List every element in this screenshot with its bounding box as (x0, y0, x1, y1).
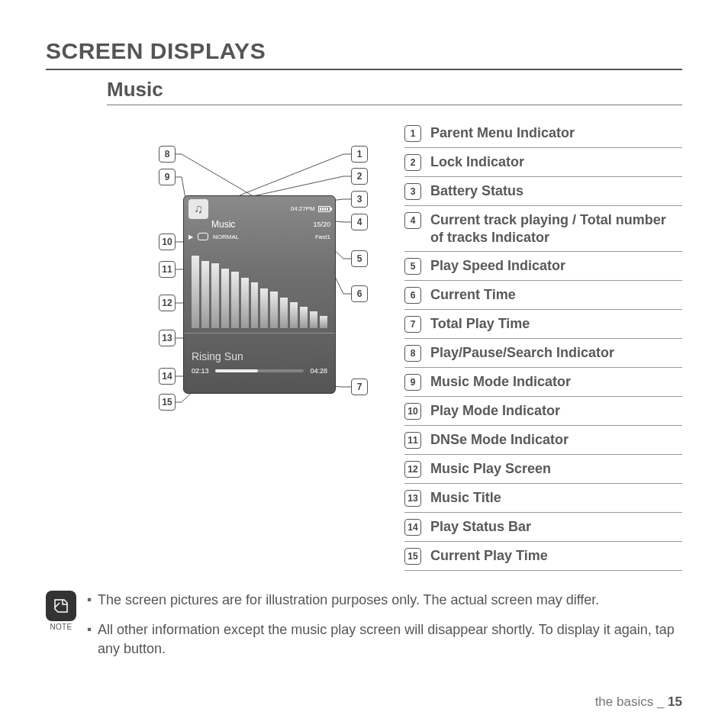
callout-number: 4 (351, 214, 368, 230)
progress-row: 02:13 04:28 (184, 367, 335, 381)
definition-row: 1Parent Menu Indicator (404, 119, 682, 148)
definition-number: 8 (404, 345, 421, 362)
dnse-mode-label: NORMAL (213, 234, 239, 240)
definition-number: 3 (404, 183, 421, 200)
status-top-right: 04:27PM (291, 205, 330, 213)
definition-label: Current Time (430, 286, 516, 304)
content-row: ♫ 04:27PM Music 15/20 ▶ NORMAL Fast1 Ris… (99, 119, 682, 571)
play-pause-icon: ▶ (188, 234, 193, 240)
definition-number: 14 (404, 519, 421, 536)
callout-number: 10 (159, 234, 176, 250)
definition-row: 7Total Play Time (404, 310, 682, 339)
definition-label: Current track playing / Total number of … (430, 211, 682, 246)
definition-label: DNSe Mode Indicator (430, 431, 569, 449)
definition-label: Current Play Time (430, 547, 548, 565)
definition-number: 12 (404, 461, 421, 478)
definition-number: 2 (404, 154, 421, 171)
callout-number: 7 (351, 378, 368, 395)
equalizer-graphic (184, 242, 335, 333)
track-title: Rising Sun (184, 333, 335, 367)
definition-row: 8Play/Pause/Search Indicator (404, 339, 682, 368)
note-text: The screen pictures are for illustration… (87, 591, 682, 670)
current-play-time: 02:13 (192, 367, 209, 375)
definition-row: 15Current Play Time (404, 542, 682, 571)
callout-number: 3 (351, 191, 368, 208)
definition-row: 11DNSe Mode Indicator (404, 426, 682, 455)
definition-label: Lock Indicator (430, 153, 524, 171)
mode-row: ▶ NORMAL Fast1 (184, 233, 335, 242)
note-icon-wrap: NOTE (46, 591, 76, 670)
footer-page-number: 15 (668, 694, 682, 709)
footer-section: the basics (595, 694, 654, 709)
footer-divider: _ (653, 694, 668, 709)
definition-row: 12Music Play Screen (404, 455, 682, 484)
play-status-bar (215, 369, 304, 372)
definition-number: 15 (404, 548, 421, 565)
clock-value: 04:27PM (291, 205, 315, 212)
callout-number: 9 (159, 169, 176, 185)
callout-number: 8 (159, 146, 176, 163)
track-counter: 15/20 (313, 221, 330, 228)
section-subtitle: Music (107, 78, 682, 105)
definition-row: 13Music Title (404, 484, 682, 513)
play-speed-label: Fast1 (315, 234, 330, 240)
definition-number: 10 (404, 403, 421, 420)
definition-number: 13 (404, 490, 421, 507)
callout-number: 12 (159, 295, 176, 311)
screen-title-row: Music 15/20 (184, 219, 335, 233)
page-title: SCREEN DISPLAYS (46, 38, 682, 70)
definition-label: Play Speed Indicator (430, 257, 565, 275)
callout-number: 6 (351, 285, 368, 302)
definition-row: 3Battery Status (404, 177, 682, 206)
definition-number: 11 (404, 432, 421, 449)
definitions-list: 1Parent Menu Indicator2Lock Indicator3Ba… (404, 119, 682, 571)
callout-number: 13 (159, 330, 176, 346)
total-play-time: 04:28 (310, 367, 327, 375)
definition-label: Music Mode Indicator (430, 373, 571, 391)
definition-label: Parent Menu Indicator (430, 124, 575, 142)
callout-number: 2 (351, 168, 368, 185)
definition-label: Play Mode Indicator (430, 402, 560, 420)
callout-number: 15 (159, 394, 176, 411)
definition-row: 14Play Status Bar (404, 513, 682, 542)
note-bullet: All other information except the music p… (87, 620, 682, 659)
note-label: NOTE (46, 623, 76, 631)
definition-row: 5Play Speed Indicator (404, 252, 682, 281)
definition-number: 5 (404, 258, 421, 275)
definition-number: 9 (404, 374, 421, 391)
repeat-icon (198, 233, 208, 240)
definition-label: Music Title (430, 489, 501, 507)
definition-number: 6 (404, 287, 421, 304)
page-footer: the basics _ 15 (595, 694, 682, 710)
note-icon (46, 591, 76, 621)
definition-row: 6Current Time (404, 281, 682, 310)
definition-label: Music Play Screen (430, 460, 551, 478)
definition-row: 9Music Mode Indicator (404, 368, 682, 397)
note-bullet: The screen pictures are for illustration… (87, 591, 682, 610)
screen-mode-label: Music (211, 219, 235, 230)
definition-label: Play/Pause/Search Indicator (430, 344, 614, 362)
note-block: NOTE The screen pictures are for illustr… (46, 591, 682, 670)
definition-number: 4 (404, 212, 421, 229)
callout-number: 1 (351, 146, 368, 163)
definition-number: 1 (404, 125, 421, 142)
diagram-area: ♫ 04:27PM Music 15/20 ▶ NORMAL Fast1 Ris… (99, 119, 382, 440)
definition-row: 10Play Mode Indicator (404, 397, 682, 426)
definition-row: 2Lock Indicator (404, 148, 682, 177)
music-play-screen: ♫ 04:27PM Music 15/20 ▶ NORMAL Fast1 Ris… (183, 195, 336, 394)
callout-number: 5 (351, 250, 368, 267)
definition-number: 7 (404, 316, 421, 333)
music-note-icon: ♫ (188, 199, 208, 219)
definition-label: Battery Status (430, 182, 523, 200)
callout-number: 11 (159, 261, 176, 278)
definition-label: Play Status Bar (430, 518, 531, 536)
callout-number: 14 (159, 368, 176, 385)
battery-icon (318, 206, 330, 212)
definition-row: 4Current track playing / Total number of… (404, 206, 682, 252)
screen-header: ♫ 04:27PM (184, 196, 335, 219)
definition-label: Total Play Time (430, 315, 530, 333)
